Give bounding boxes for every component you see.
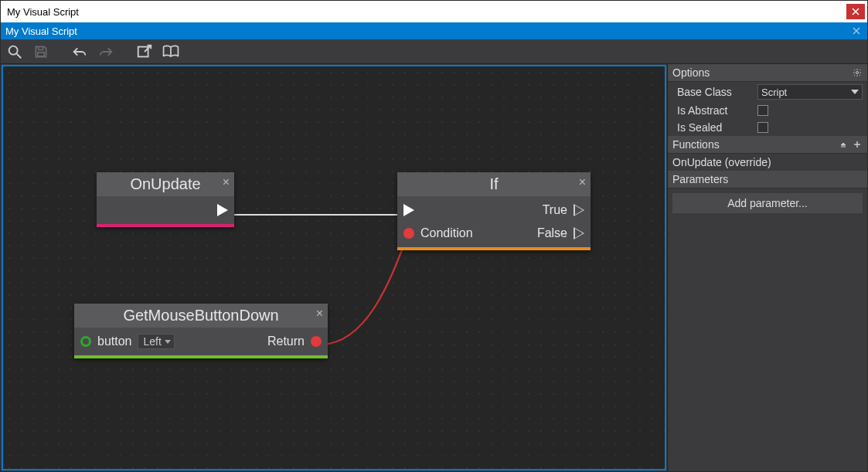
svg-rect-1	[38, 52, 44, 56]
button-value: Left	[143, 335, 161, 348]
node-if-header[interactable]: If ×	[397, 172, 591, 196]
false-label: False	[537, 226, 567, 240]
base-class-dropdown[interactable]: Script	[757, 84, 863, 100]
base-class-row: Base Class Script	[668, 82, 867, 102]
save-button[interactable]	[32, 42, 50, 61]
side-panel: Options Base Class Script Is Abstract Is…	[667, 64, 867, 471]
node-onupdate[interactable]: OnUpdate ×	[97, 172, 234, 227]
search-button[interactable]	[5, 42, 24, 61]
node-accent	[74, 355, 328, 358]
exec-out-false-port[interactable]	[574, 227, 584, 239]
undo-button[interactable]	[70, 42, 89, 61]
is-abstract-row: Is Abstract	[668, 102, 867, 119]
options-title: Options	[672, 66, 710, 79]
node-onupdate-header[interactable]: OnUpdate ×	[97, 172, 234, 196]
svg-point-0	[9, 46, 18, 54]
editor-titlebar[interactable]: My Visual Script	[1, 22, 867, 39]
node-getmousebuttondown[interactable]: GetMouseButtonDown × button Left	[74, 304, 328, 358]
is-sealed-row: Is Sealed	[668, 119, 867, 136]
return-out-port[interactable]	[311, 336, 322, 347]
function-item[interactable]: OnUpdate (override)	[668, 154, 867, 171]
is-abstract-checkbox[interactable]	[757, 105, 768, 116]
add-function-icon[interactable]	[852, 139, 863, 150]
editor-title: My Visual Script	[5, 25, 77, 37]
parameters-title: Parameters	[672, 173, 728, 185]
node-if-close[interactable]: ×	[579, 175, 586, 189]
graph-canvas[interactable]: OnUpdate × If ×	[2, 65, 666, 470]
button-in-port[interactable]	[80, 336, 91, 347]
svg-rect-2	[138, 46, 148, 56]
options-header: Options	[668, 64, 867, 82]
node-getmouse-close[interactable]: ×	[316, 307, 323, 321]
redo-button[interactable]	[97, 42, 115, 61]
node-if-title: If	[489, 175, 498, 192]
base-class-value: Script	[761, 87, 787, 98]
true-label: True	[543, 203, 567, 217]
os-titlebar[interactable]: My Visual Script	[1, 1, 867, 22]
node-onupdate-close[interactable]: ×	[223, 175, 230, 189]
editor-close-button[interactable]	[850, 25, 863, 37]
parameters-header: Parameters	[668, 171, 867, 188]
connection-wires	[3, 66, 665, 469]
center-view-button[interactable]	[135, 42, 154, 61]
exec-out-port[interactable]	[217, 204, 228, 216]
app-window: My Visual Script My Visual Script	[0, 0, 868, 472]
toolbar	[1, 39, 867, 64]
condition-in-port[interactable]	[403, 228, 414, 239]
add-parameter-button[interactable]: Add parameter...	[672, 193, 863, 213]
os-close-button[interactable]	[846, 4, 865, 19]
return-label: Return	[267, 334, 305, 348]
node-accent	[397, 247, 591, 250]
is-sealed-checkbox[interactable]	[757, 122, 768, 133]
node-getmouse-title: GetMouseButtonDown	[123, 307, 278, 324]
exec-out-true-port[interactable]	[574, 204, 584, 216]
node-getmouse-header[interactable]: GetMouseButtonDown ×	[74, 304, 328, 328]
content-area: OnUpdate × If ×	[1, 64, 867, 471]
os-title: My Visual Script	[7, 6, 79, 18]
svg-point-3	[856, 72, 859, 74]
node-onupdate-title: OnUpdate	[130, 175, 200, 192]
button-label: button	[97, 334, 131, 348]
exec-in-port[interactable]	[403, 204, 414, 216]
condition-label: Condition	[420, 226, 473, 240]
button-value-dropdown[interactable]: Left	[138, 334, 174, 349]
is-abstract-label: Is Abstract	[677, 104, 751, 117]
options-gear-icon[interactable]	[852, 67, 863, 78]
add-parameter-label: Add parameter...	[727, 197, 808, 209]
base-class-label: Base Class	[677, 86, 751, 98]
node-accent	[97, 224, 234, 227]
docs-button[interactable]	[162, 42, 180, 61]
function-item-label: OnUpdate (override)	[672, 156, 771, 168]
is-sealed-label: Is Sealed	[677, 121, 751, 134]
node-if[interactable]: If × True Condition	[397, 172, 591, 250]
functions-title: Functions	[672, 138, 720, 151]
override-function-icon[interactable]	[838, 139, 849, 150]
functions-header: Functions	[668, 136, 867, 154]
